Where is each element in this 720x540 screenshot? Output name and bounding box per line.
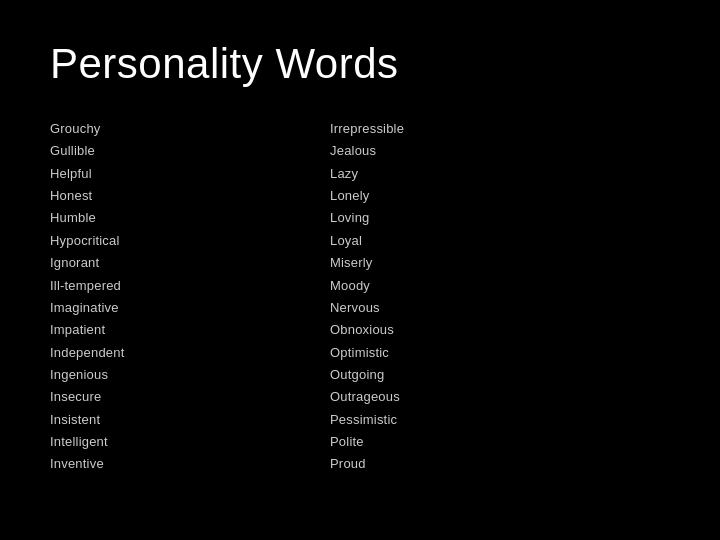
word-item: Loyal [330, 230, 610, 252]
word-item: Hypocritical [50, 230, 330, 252]
word-item: Independent [50, 342, 330, 364]
word-item: Moody [330, 275, 610, 297]
word-item: Inventive [50, 453, 330, 475]
word-item: Irrepressible [330, 118, 610, 140]
word-item: Miserly [330, 252, 610, 274]
word-item: Gullible [50, 140, 330, 162]
word-item: Pessimistic [330, 409, 610, 431]
word-item: Nervous [330, 297, 610, 319]
word-item: Honest [50, 185, 330, 207]
word-item: Optimistic [330, 342, 610, 364]
word-item: Humble [50, 207, 330, 229]
word-item: Ill-tempered [50, 275, 330, 297]
page-title: Personality Words [50, 40, 670, 88]
word-item: Ignorant [50, 252, 330, 274]
word-item: Insecure [50, 386, 330, 408]
word-item: Grouchy [50, 118, 330, 140]
word-item: Outgoing [330, 364, 610, 386]
word-item: Lonely [330, 185, 610, 207]
word-item: Proud [330, 453, 610, 475]
word-column-0: GrouchyGullibleHelpfulHonestHumbleHypocr… [50, 118, 330, 476]
word-item: Impatient [50, 319, 330, 341]
word-item: Jealous [330, 140, 610, 162]
page: Personality Words GrouchyGullibleHelpful… [0, 0, 720, 516]
word-item: Imaginative [50, 297, 330, 319]
word-item: Intelligent [50, 431, 330, 453]
word-item: Polite [330, 431, 610, 453]
word-item: Insistent [50, 409, 330, 431]
word-item: Helpful [50, 163, 330, 185]
word-item: Ingenious [50, 364, 330, 386]
word-item: Outrageous [330, 386, 610, 408]
word-item: Loving [330, 207, 610, 229]
word-item: Obnoxious [330, 319, 610, 341]
word-columns: GrouchyGullibleHelpfulHonestHumbleHypocr… [50, 118, 670, 476]
word-item: Lazy [330, 163, 610, 185]
word-column-1: IrrepressibleJealousLazyLonelyLovingLoya… [330, 118, 610, 476]
